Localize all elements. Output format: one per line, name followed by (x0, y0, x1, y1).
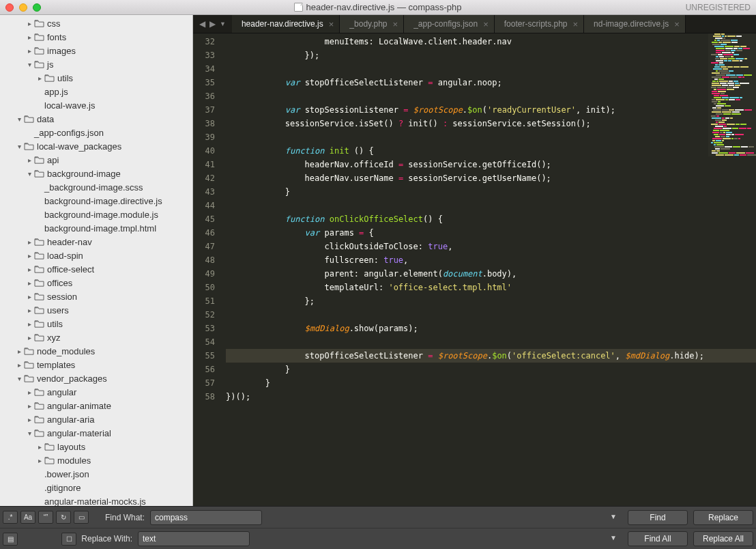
folder-item[interactable]: ▸offices (0, 276, 192, 290)
code-line[interactable]: var stopSessionListener = $rootScope.$on… (226, 103, 756, 117)
code-line[interactable] (226, 130, 756, 144)
folder-item[interactable]: ▸load-spin (0, 249, 192, 262)
dropdown-icon[interactable]: ▼ (220, 20, 226, 27)
folder-item[interactable]: ▸session (0, 290, 192, 303)
disclosure-icon[interactable]: ▸ (26, 293, 33, 300)
code-line[interactable] (226, 308, 756, 322)
disclosure-icon[interactable]: ▸ (26, 252, 33, 259)
code-line[interactable] (226, 89, 756, 103)
find-all-button[interactable]: Find All (628, 531, 688, 546)
disclosure-icon[interactable]: ▸ (26, 279, 33, 286)
replace-input[interactable] (138, 531, 250, 546)
replace-all-button[interactable]: Replace All (693, 531, 753, 546)
code-line[interactable]: var params = { (226, 226, 756, 240)
code-line[interactable]: var stopOfficeSelectListener = angular.n… (226, 76, 756, 89)
folder-item[interactable]: ▾data (0, 112, 192, 126)
file-item[interactable]: ▸app.js (0, 85, 192, 98)
minimap[interactable] (708, 33, 756, 156)
folder-item[interactable]: ▾angular-material (0, 426, 192, 440)
code-editor[interactable]: 3233343536373839404142434445464748495051… (193, 33, 756, 506)
close-tab-icon[interactable]: × (573, 19, 579, 29)
code-line[interactable]: headerNav.officeId = sessionService.getO… (226, 158, 756, 171)
disclosure-icon[interactable]: ▸ (36, 443, 43, 450)
disclosure-icon[interactable]: ▸ (36, 74, 43, 81)
disclosure-icon[interactable]: ▾ (16, 143, 23, 150)
folder-item[interactable]: ▸modules (0, 453, 192, 467)
disclosure-icon[interactable]: ▸ (26, 266, 33, 272)
code-line[interactable]: stopOfficeSelectListener = $rootScope.$o… (226, 349, 756, 363)
code-line[interactable]: headerNav.userName = sessionService.getU… (226, 171, 756, 185)
file-item[interactable]: ▸_app-configs.json (0, 126, 192, 139)
folder-item[interactable]: ▸office-select (0, 262, 192, 276)
disclosure-icon[interactable]: ▸ (26, 307, 33, 313)
folder-item[interactable]: ▸angular-aria (0, 412, 192, 426)
code-line[interactable] (226, 199, 756, 212)
code-line[interactable] (226, 335, 756, 349)
minimize-window-button[interactable] (19, 3, 27, 12)
code-line[interactable]: sessionService.isSet() ? init() : sessio… (226, 117, 756, 130)
code-line[interactable]: fullscreen: true, (226, 253, 756, 267)
chevron-down-icon[interactable]: ▼ (610, 534, 617, 541)
disclosure-icon[interactable]: ▾ (26, 170, 33, 177)
folder-item[interactable]: ▸angular-animate (0, 399, 192, 412)
disclosure-icon[interactable]: ▸ (26, 416, 33, 423)
editor-tab[interactable]: nd-image.directive.js× (584, 15, 686, 33)
folder-item[interactable]: ▸css (0, 16, 192, 30)
chevron-down-icon[interactable]: ▼ (610, 513, 617, 520)
highlight-matches-toggle[interactable]: ▤ (3, 533, 18, 546)
tab-history-nav[interactable]: ◀ ▶ ▼ (193, 15, 232, 33)
disclosure-icon[interactable]: ▸ (16, 361, 23, 368)
regex-toggle[interactable]: .* (3, 511, 18, 524)
close-tab-icon[interactable]: × (393, 19, 398, 29)
find-button[interactable]: Find (628, 510, 688, 525)
forward-icon[interactable]: ▶ (209, 19, 216, 29)
maximize-window-button[interactable] (33, 3, 41, 12)
disclosure-icon[interactable]: ▸ (16, 348, 23, 354)
back-icon[interactable]: ◀ (199, 19, 205, 29)
disclosure-icon[interactable]: ▸ (26, 389, 33, 395)
whole-word-toggle[interactable]: “” (38, 511, 53, 524)
disclosure-icon[interactable]: ▸ (36, 457, 43, 464)
disclosure-icon[interactable]: ▾ (26, 61, 33, 68)
close-window-button[interactable] (5, 3, 14, 12)
code-line[interactable]: })(); (226, 390, 756, 404)
folder-item[interactable]: ▸images (0, 44, 192, 57)
file-item[interactable]: ▸local-wave.js (0, 98, 192, 112)
disclosure-icon[interactable]: ▾ (16, 375, 23, 382)
file-item[interactable]: ▸.bower.json (0, 467, 192, 481)
file-item[interactable]: ▸background-image.directive.js (0, 194, 192, 208)
file-item[interactable]: ▸.gitignore (0, 481, 192, 494)
folder-item[interactable]: ▸utils (0, 317, 192, 330)
disclosure-icon[interactable]: ▸ (26, 47, 33, 54)
find-input[interactable] (150, 510, 262, 525)
code-line[interactable]: function onClickOfficeSelect() { (226, 212, 756, 226)
code-line[interactable]: function init () { (226, 144, 756, 158)
editor-tab[interactable]: header-nav.directive.js× (232, 15, 340, 33)
disclosure-icon[interactable]: ▸ (26, 334, 33, 341)
folder-item[interactable]: ▸node_modules (0, 344, 192, 358)
folder-item[interactable]: ▸api (0, 153, 192, 167)
close-tab-icon[interactable]: × (483, 19, 489, 29)
folder-item[interactable]: ▾js (0, 57, 192, 71)
disclosure-icon[interactable]: ▸ (26, 402, 33, 409)
code-line[interactable]: }); (226, 48, 756, 62)
folder-item[interactable]: ▾background-image (0, 167, 192, 180)
folder-item[interactable]: ▸fonts (0, 30, 192, 44)
folder-item[interactable]: ▸header-nav (0, 235, 192, 249)
disclosure-icon[interactable]: ▸ (26, 33, 33, 40)
editor-tab[interactable]: _app-configs.json× (404, 15, 495, 33)
code-line[interactable]: } (226, 363, 756, 376)
code-line[interactable]: } (226, 185, 756, 199)
disclosure-icon[interactable]: ▾ (26, 430, 33, 436)
code-line[interactable]: }; (226, 294, 756, 308)
close-tab-icon[interactable]: × (674, 19, 680, 29)
folder-item[interactable]: ▸utils (0, 71, 192, 85)
file-tree-sidebar[interactable]: ▸css▸fonts▸images▾js▸utils▸app.js▸local-… (0, 15, 193, 506)
disclosure-icon[interactable]: ▸ (26, 20, 33, 27)
code-line[interactable]: templateUrl: 'office-select.tmpl.html' (226, 281, 756, 294)
folder-item[interactable]: ▸xyz (0, 330, 192, 344)
folder-item[interactable]: ▸layouts (0, 440, 192, 453)
code-line[interactable]: clickOutsideToClose: true, (226, 240, 756, 253)
disclosure-icon[interactable]: ▸ (26, 320, 33, 327)
editor-tab[interactable]: _body.php× (340, 15, 404, 33)
